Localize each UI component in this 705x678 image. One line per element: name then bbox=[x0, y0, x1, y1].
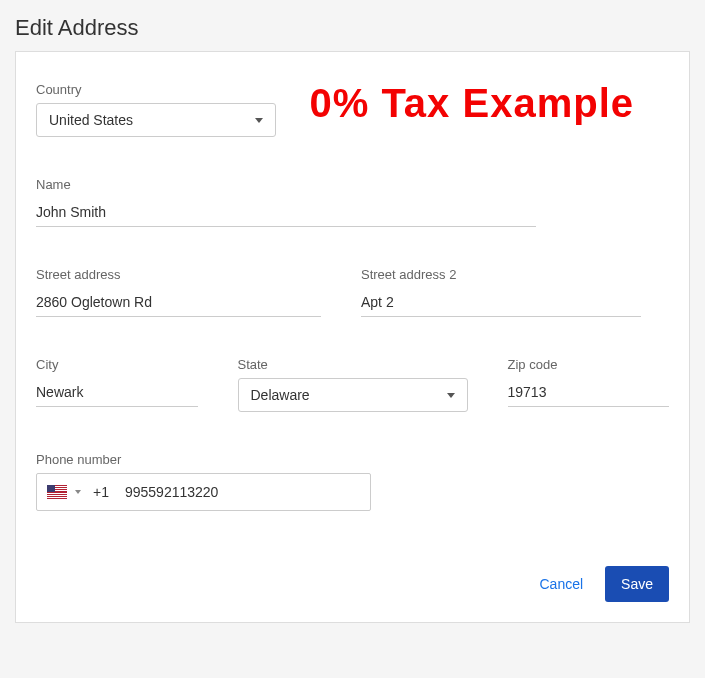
us-flag-icon[interactable] bbox=[47, 485, 67, 499]
state-dropdown[interactable]: Delaware bbox=[238, 378, 468, 412]
street2-input[interactable] bbox=[361, 288, 641, 317]
zip-field: Zip code bbox=[508, 357, 670, 412]
country-field: Country United States bbox=[36, 82, 276, 137]
page-title: Edit Address bbox=[0, 0, 705, 51]
street-input[interactable] bbox=[36, 288, 321, 317]
state-field: State Delaware bbox=[238, 357, 468, 412]
phone-field: Phone number +1 bbox=[36, 452, 371, 511]
country-dropdown[interactable]: United States bbox=[36, 103, 276, 137]
form-footer: Cancel Save bbox=[36, 566, 669, 602]
zip-input[interactable] bbox=[508, 378, 670, 407]
chevron-down-icon[interactable] bbox=[75, 490, 81, 494]
city-field: City bbox=[36, 357, 198, 412]
cancel-button[interactable]: Cancel bbox=[535, 568, 587, 600]
address-form-card: 0% Tax Example Country United States Nam… bbox=[15, 51, 690, 623]
name-label: Name bbox=[36, 177, 536, 192]
name-field: Name bbox=[36, 177, 536, 227]
street2-label: Street address 2 bbox=[361, 267, 641, 282]
city-label: City bbox=[36, 357, 198, 372]
state-value: Delaware bbox=[251, 387, 310, 403]
name-input[interactable] bbox=[36, 198, 536, 227]
state-label: State bbox=[238, 357, 468, 372]
save-button[interactable]: Save bbox=[605, 566, 669, 602]
street-field: Street address bbox=[36, 267, 321, 317]
phone-prefix: +1 bbox=[93, 484, 109, 500]
city-input[interactable] bbox=[36, 378, 198, 407]
phone-box: +1 bbox=[36, 473, 371, 511]
tax-overlay-text: 0% Tax Example bbox=[309, 77, 634, 129]
country-label: Country bbox=[36, 82, 276, 97]
chevron-down-icon bbox=[255, 118, 263, 123]
zip-label: Zip code bbox=[508, 357, 670, 372]
chevron-down-icon bbox=[447, 393, 455, 398]
phone-label: Phone number bbox=[36, 452, 371, 467]
country-value: United States bbox=[49, 112, 133, 128]
street2-field: Street address 2 bbox=[361, 267, 641, 317]
street-label: Street address bbox=[36, 267, 321, 282]
phone-input[interactable] bbox=[125, 484, 360, 500]
